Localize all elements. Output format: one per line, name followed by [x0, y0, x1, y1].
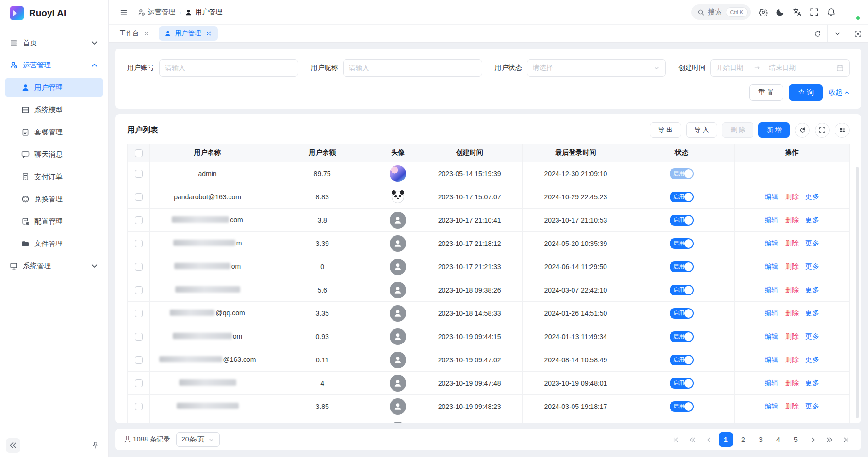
page-2[interactable]: 2 — [736, 432, 751, 447]
notifications-bell-icon[interactable] — [827, 8, 835, 16]
account-input[interactable] — [165, 64, 293, 72]
close-icon[interactable] — [205, 30, 212, 37]
settings-gear-icon[interactable] — [759, 8, 768, 16]
sidebar-item-plan-management[interactable]: 套餐管理 — [5, 122, 103, 142]
page-size-select[interactable]: 20条/页 — [176, 432, 220, 447]
table-fullscreen-button[interactable] — [815, 123, 830, 138]
last-page-button[interactable] — [839, 433, 852, 446]
sidebar-item-config-management[interactable]: 配置管理 — [5, 212, 103, 231]
edit-link[interactable]: 编辑 — [765, 262, 778, 270]
more-link[interactable]: 更多 — [805, 286, 819, 294]
nickname-input[interactable] — [349, 64, 476, 72]
global-search[interactable]: 搜索 Ctrl K — [691, 4, 751, 20]
refresh-table-button[interactable] — [795, 123, 810, 138]
add-button[interactable]: 新 增 — [758, 122, 790, 138]
fullscreen-icon[interactable] — [810, 8, 819, 16]
row-checkbox[interactable] — [135, 263, 143, 271]
row-checkbox[interactable] — [135, 356, 143, 364]
refresh-tab-button[interactable] — [807, 25, 827, 42]
vertical-scrollbar[interactable] — [856, 167, 859, 418]
export-button[interactable]: 导 出 — [650, 122, 681, 138]
edit-link[interactable]: 编辑 — [765, 379, 778, 387]
status-toggle[interactable]: 启用 — [670, 331, 694, 342]
row-checkbox[interactable] — [135, 286, 143, 294]
edit-link[interactable]: 编辑 — [765, 402, 778, 410]
sidebar-item-file-management[interactable]: 文件管理 — [5, 234, 103, 253]
page-4[interactable]: 4 — [771, 432, 786, 447]
sidebar-item-home[interactable]: 首页 — [5, 33, 103, 52]
breadcrumb-operations[interactable]: 运营管理 — [138, 8, 175, 16]
more-link[interactable]: 更多 — [805, 262, 819, 270]
row-checkbox[interactable] — [135, 333, 143, 341]
sidebar-item-system-models[interactable]: 系统模型 — [5, 100, 103, 119]
tab-menu-button[interactable] — [827, 25, 848, 42]
more-link[interactable]: 更多 — [805, 379, 819, 387]
row-checkbox[interactable] — [135, 310, 143, 317]
sidebar-item-system-management[interactable]: 系统管理 — [5, 256, 103, 276]
status-select[interactable]: 请选择 — [527, 59, 666, 77]
language-translate-icon[interactable] — [793, 8, 802, 16]
edit-link[interactable]: 编辑 — [765, 239, 778, 247]
more-link[interactable]: 更多 — [805, 239, 819, 247]
tab-user-management[interactable]: 用户管理 — [159, 26, 218, 41]
delete-link[interactable]: 删除 — [785, 309, 799, 317]
status-toggle[interactable]: 启用 — [670, 355, 694, 365]
page-5[interactable]: 5 — [788, 432, 803, 447]
dark-mode-moon-icon[interactable] — [776, 8, 785, 16]
page-3[interactable]: 3 — [753, 432, 768, 447]
select-all-checkbox[interactable] — [135, 149, 143, 157]
prev-page-button[interactable] — [702, 433, 716, 446]
row-checkbox[interactable] — [135, 216, 143, 224]
reset-button[interactable]: 重 置 — [749, 84, 783, 101]
more-link[interactable]: 更多 — [805, 309, 819, 317]
status-toggle[interactable]: 启用 — [670, 168, 694, 179]
query-button[interactable]: 查 询 — [789, 84, 823, 101]
delete-button[interactable]: 删 除 — [722, 122, 753, 138]
status-toggle[interactable]: 启用 — [670, 215, 694, 226]
status-toggle[interactable]: 启用 — [670, 401, 694, 412]
edit-link[interactable]: 编辑 — [765, 286, 778, 294]
edit-link[interactable]: 编辑 — [765, 356, 778, 363]
status-toggle[interactable]: 启用 — [670, 192, 694, 202]
import-button[interactable]: 导 入 — [686, 122, 718, 138]
status-toggle[interactable]: 启用 — [670, 378, 694, 389]
sidebar-item-payment-orders[interactable]: 支付订单 — [5, 167, 103, 186]
date-range-picker[interactable]: 开始日期 结束日期 — [710, 59, 850, 77]
delete-link[interactable]: 删除 — [785, 332, 799, 340]
edit-link[interactable]: 编辑 — [765, 193, 778, 200]
tab-workbench[interactable]: 工作台 — [114, 26, 156, 41]
column-settings-button[interactable] — [835, 123, 850, 138]
delete-link[interactable]: 删除 — [785, 262, 799, 270]
row-checkbox[interactable] — [135, 193, 143, 201]
collapse-filters-link[interactable]: 收起 — [829, 88, 850, 97]
delete-link[interactable]: 删除 — [785, 402, 799, 410]
close-icon[interactable] — [143, 30, 150, 37]
pin-sidebar-button[interactable] — [88, 438, 102, 453]
delete-link[interactable]: 删除 — [785, 379, 799, 387]
more-link[interactable]: 更多 — [805, 216, 819, 224]
next-page-button[interactable] — [806, 433, 819, 446]
delete-link[interactable]: 删除 — [785, 193, 799, 200]
jump-back-button[interactable] — [686, 433, 699, 446]
status-toggle[interactable]: 启用 — [670, 285, 694, 295]
status-toggle[interactable]: 启用 — [670, 308, 694, 319]
edit-link[interactable]: 编辑 — [765, 332, 778, 340]
delete-link[interactable]: 删除 — [785, 286, 799, 294]
breadcrumb-user-management[interactable]: 用户管理 — [185, 8, 222, 16]
sidebar-item-exchange-management[interactable]: 兑换管理 — [5, 189, 103, 209]
brand[interactable]: Ruoyi AI — [0, 0, 108, 26]
first-page-button[interactable] — [669, 433, 683, 446]
delete-link[interactable]: 删除 — [785, 216, 799, 224]
row-checkbox[interactable] — [135, 379, 143, 387]
more-link[interactable]: 更多 — [805, 332, 819, 340]
edit-link[interactable]: 编辑 — [765, 216, 778, 224]
user-avatar[interactable] — [844, 4, 860, 20]
sidebar-item-operations[interactable]: 运营管理 — [5, 55, 103, 75]
more-link[interactable]: 更多 — [805, 193, 819, 200]
content-fullscreen-button[interactable] — [848, 25, 868, 42]
row-checkbox[interactable] — [135, 170, 143, 178]
sidebar-item-chat-messages[interactable]: 聊天消息 — [5, 145, 103, 164]
collapse-sidebar-button[interactable] — [6, 438, 20, 453]
status-toggle[interactable]: 启用 — [670, 261, 694, 272]
row-checkbox[interactable] — [135, 240, 143, 247]
